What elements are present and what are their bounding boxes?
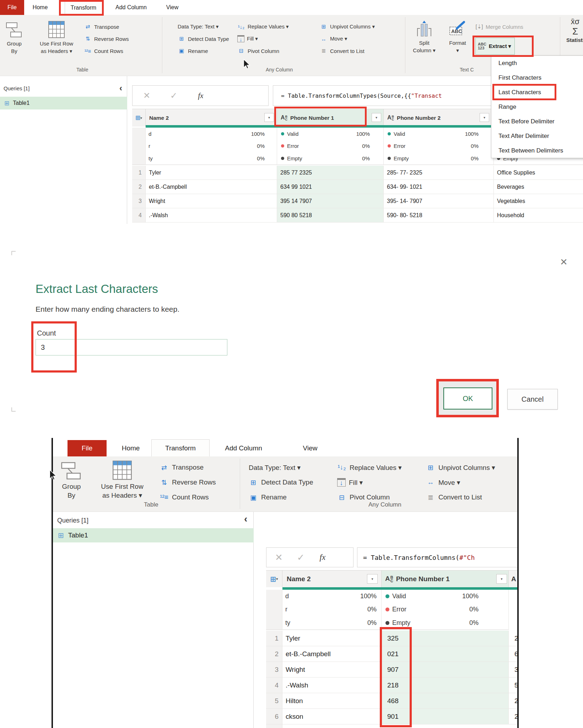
use-first-row-button[interactable]: Use First Row as Headers ▾ xyxy=(90,459,155,500)
group-by-button[interactable]: Group By xyxy=(56,460,86,500)
cell-phone1[interactable]: 285 77 2325 xyxy=(277,166,384,180)
cell-name[interactable]: .-Walsh xyxy=(282,678,382,693)
cell-name[interactable]: Tyler xyxy=(146,166,277,180)
menu-item-range[interactable]: Range xyxy=(491,100,583,114)
formula-cancel-icon[interactable]: ✕ xyxy=(275,552,283,563)
unpivot-columns-button[interactable]: ⊞Unpivot Columns ▾ xyxy=(320,22,375,31)
count-rows-button[interactable]: ¹²≡Count Rows xyxy=(84,46,123,55)
row-number[interactable]: 3 xyxy=(266,662,282,677)
filter-dropdown-phone1[interactable]: ▾ xyxy=(372,113,381,122)
cell-next-clipped[interactable]: 2 xyxy=(509,709,517,724)
reverse-rows-button[interactable]: ⇅Reverse Rows xyxy=(160,477,216,488)
cancel-button[interactable]: Cancel xyxy=(507,389,558,410)
tab-view[interactable]: View xyxy=(295,440,325,456)
cell-phone2[interactable]: 634- 99- 1021 xyxy=(384,180,494,194)
replace-values-button[interactable]: ¹↓₂Replace Values ▾ xyxy=(337,462,402,473)
menu-item-text-after-delimiter[interactable]: Text After Delimiter xyxy=(491,129,583,143)
fill-button[interactable]: ↓Fill ▾ xyxy=(337,477,363,488)
tab-file[interactable]: File xyxy=(0,0,24,15)
row-number[interactable]: 3 xyxy=(132,194,146,208)
column-header-phone2[interactable]: ABC Phone Number 2 xyxy=(384,109,494,127)
filter-dropdown-name2[interactable]: ▾ xyxy=(367,574,378,584)
filter-dropdown-phone2[interactable]: ▾ xyxy=(480,113,489,122)
move-button[interactable]: ↔Move ▾ xyxy=(320,34,347,43)
column-header-next-clipped[interactable]: A xyxy=(509,570,517,587)
fx-icon[interactable]: fx xyxy=(198,91,203,100)
cell-next-clipped[interactable]: 3 xyxy=(509,662,517,677)
cell-category[interactable]: Office Supplies xyxy=(494,166,583,180)
unpivot-columns-button[interactable]: ⊞Unpivot Columns ▾ xyxy=(426,462,495,473)
cell-next-clipped[interactable]: 6 xyxy=(509,646,517,662)
column-header-name2[interactable]: Name 2 xyxy=(146,109,277,127)
formula-accept-icon[interactable]: ✓ xyxy=(297,552,305,563)
cell-phone1-extracted[interactable]: 325 xyxy=(382,631,509,646)
formula-input[interactable]: = Table.TransformColumns(#"Ch xyxy=(357,547,519,567)
row-number[interactable]: 4 xyxy=(132,208,146,222)
use-first-row-button[interactable]: Use First Row as Headers ▾ xyxy=(31,19,82,55)
cell-phone1-extracted[interactable]: 907 xyxy=(382,662,509,677)
tab-add-column[interactable]: Add Column xyxy=(220,440,267,456)
fx-icon[interactable]: fx xyxy=(320,553,326,562)
formula-cancel-icon[interactable]: ✕ xyxy=(143,91,150,101)
filter-dropdown-phone1[interactable]: ▾ xyxy=(496,574,507,584)
convert-to-list-button[interactable]: ≣Convert to List xyxy=(426,492,482,503)
table-corner-cell[interactable]: ⊞▾ xyxy=(132,109,146,127)
cell-name[interactable]: Tyler xyxy=(282,631,382,646)
cell-phone1-extracted[interactable]: 468 xyxy=(382,693,509,708)
cell-name[interactable]: et-B.-Campbell xyxy=(282,646,382,662)
row-number[interactable]: 1 xyxy=(266,631,282,646)
rename-button[interactable]: ▣Rename xyxy=(178,46,208,55)
merge-columns-button[interactable]: [⇣]Merge Columns xyxy=(475,22,523,31)
transpose-button[interactable]: ⇄Transpose xyxy=(160,462,204,473)
rename-button[interactable]: ▣Rename xyxy=(249,492,287,503)
cell-phone1[interactable]: 634 99 1021 xyxy=(277,180,384,194)
cell-phone1[interactable]: 590 80 5218 xyxy=(277,208,384,222)
fill-button[interactable]: ↓Fill ▾ xyxy=(237,34,258,43)
query-item-table1[interactable]: ⊞ Table1 xyxy=(53,528,254,542)
ok-button[interactable]: OK xyxy=(443,387,492,410)
cell-name[interactable]: Wright xyxy=(146,194,277,208)
count-input[interactable]: 3 xyxy=(36,339,227,355)
split-column-button[interactable]: Split Column ▾ xyxy=(409,20,439,54)
detect-data-type-button[interactable]: ⊞Detect Data Type xyxy=(178,34,229,43)
cell-phone2[interactable]: 395- 14- 7907 xyxy=(384,194,494,208)
extract-button[interactable]: ABC123 Extract ▾ xyxy=(475,38,515,55)
reverse-rows-button[interactable]: ⇅Reverse Rows xyxy=(84,34,129,43)
column-header-phone1[interactable]: ABC Phone Number 1 xyxy=(382,570,509,587)
group-by-button[interactable]: Group By xyxy=(3,20,26,55)
pivot-column-button[interactable]: ⊟Pivot Column xyxy=(237,46,279,55)
row-number[interactable]: 5 xyxy=(266,693,282,708)
tab-file[interactable]: File xyxy=(68,440,107,456)
replace-values-button[interactable]: ¹↓₂Replace Values ▾ xyxy=(237,22,289,31)
cell-name[interactable]: Hilton xyxy=(282,693,382,708)
statistics-button[interactable]: x̄σ Σ Statisti xyxy=(563,17,583,44)
cell-name[interactable]: Wright xyxy=(282,662,382,677)
formula-accept-icon[interactable]: ✓ xyxy=(170,91,177,101)
cell-category[interactable]: Beverages xyxy=(494,180,583,194)
convert-to-list-button[interactable]: ≣Convert to List xyxy=(320,46,365,55)
close-icon[interactable]: ✕ xyxy=(560,257,568,268)
menu-item-length[interactable]: Length xyxy=(491,56,583,70)
collapse-pane-chevron[interactable]: ‹ xyxy=(244,513,247,525)
row-number[interactable]: 1 xyxy=(132,166,146,180)
cell-name[interactable]: .-Walsh xyxy=(146,208,277,222)
tab-transform[interactable]: Transform xyxy=(151,439,210,456)
row-number[interactable]: 6 xyxy=(266,709,282,724)
detect-data-type-button[interactable]: ⊞Detect Data Type xyxy=(249,477,313,488)
column-header-phone1[interactable]: ABC Phone Number 1 xyxy=(277,109,384,127)
cell-phone2[interactable]: 285- 77- 2325 xyxy=(384,166,494,180)
tab-view[interactable]: View xyxy=(164,0,180,15)
cell-next-clipped[interactable]: 2 xyxy=(509,631,517,646)
data-type-button[interactable]: Data Type: Text ▾ xyxy=(249,462,301,473)
cell-next-clipped[interactable]: 2 xyxy=(509,693,517,708)
row-number[interactable]: 2 xyxy=(132,180,146,194)
cell-phone2[interactable]: 590- 80- 5218 xyxy=(384,208,494,222)
filter-dropdown-name2[interactable]: ▾ xyxy=(264,113,274,122)
cell-next-clipped[interactable]: 5 xyxy=(509,678,517,693)
format-button[interactable]: ABC Format ▾ xyxy=(443,21,472,54)
row-number[interactable]: 2 xyxy=(266,646,282,662)
cell-phone1-extracted[interactable]: 218 xyxy=(382,678,509,693)
tab-home[interactable]: Home xyxy=(28,0,52,15)
collapse-pane-chevron[interactable]: ‹ xyxy=(119,83,122,93)
cell-phone1[interactable]: 395 14 7907 xyxy=(277,194,384,208)
